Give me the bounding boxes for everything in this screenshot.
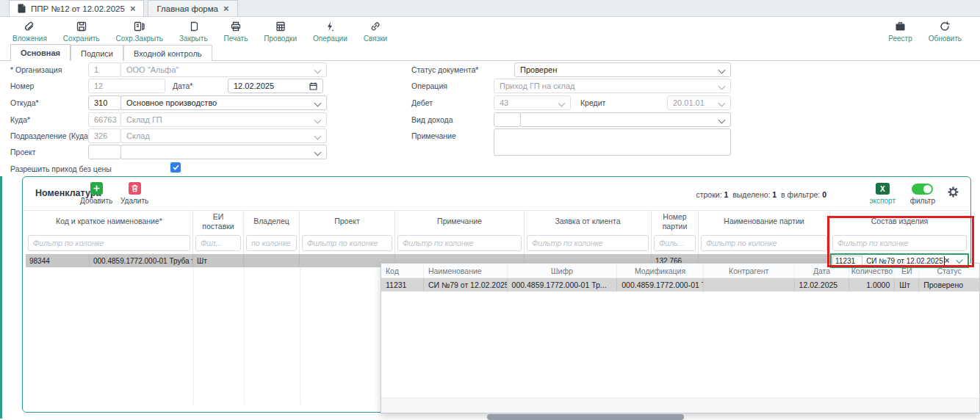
credit-select[interactable]: 20.01.01 [667,95,731,110]
operation-select[interactable]: Приход ГП на склад [494,79,731,93]
org-label: * Организация [10,65,62,74]
from-select[interactable]: Основное производство [120,95,327,110]
delete-row-button[interactable]: Удалить [120,182,148,205]
col-header-code-name[interactable]: Код и краткое наименование* [26,210,193,233]
refresh-button[interactable]: Обновить [920,21,970,43]
print-button[interactable]: Печать [216,21,256,43]
links-button[interactable]: Связки [356,21,395,43]
attachments-button[interactable]: Вложения [4,21,55,43]
to-select[interactable]: Склад ГП [120,112,327,127]
cell-unit[interactable]: Шт [193,254,244,267]
col-header-owner[interactable]: Владелец [244,210,300,233]
rows-value: 1 [724,190,728,199]
in-filter-value: 0 [822,190,826,199]
save-close-button[interactable]: Сохр.Закрыть [108,21,172,43]
filter-cell [244,233,300,254]
dd-cell-date[interactable]: 12.02.2025 [795,278,850,292]
col-header-batch-number[interactable]: Номер партии [652,210,699,233]
export-excel-button[interactable]: X экспорт [870,183,896,205]
filter-input-batch-number[interactable] [654,235,696,251]
division-select[interactable]: Склад [120,128,327,143]
cell-code[interactable]: 98344 [26,254,90,267]
registry-button[interactable]: Реестр [880,21,920,43]
button-label: Сохр.Закрыть [116,35,164,43]
window-tab-main-form[interactable]: Главная форма × [148,0,237,16]
from-label: Откуда* [10,98,39,107]
to-code-field[interactable]: 66763 [88,112,121,127]
button-label: Проводки [264,35,297,43]
filter-input-code-name[interactable] [28,235,190,251]
note-textarea[interactable] [494,128,731,156]
dd-cell-status[interactable]: Проверено [919,278,979,292]
dd-col-name[interactable]: Наименование [424,264,508,278]
document-icon [18,4,26,13]
dd-cell-quantity[interactable]: 1.0000 [849,278,895,292]
dd-col-modification[interactable]: Модификация [617,264,704,278]
col-header-unit[interactable]: ЕИ поставки [193,210,244,233]
org-select[interactable]: ООО "Альфа" [120,62,327,77]
tab-input-control[interactable]: Входной контроль [123,45,212,61]
project-select[interactable] [120,145,327,159]
paperclip-icon [23,21,36,32]
cell-owner[interactable] [244,254,300,267]
grid-settings-button[interactable] [946,185,960,199]
date-field[interactable]: 12.02.2025 [228,79,323,93]
income-code-field[interactable] [494,112,521,127]
rows-label: строки: [696,190,721,199]
dd-cell-counterparty[interactable] [704,278,795,292]
postings-button[interactable]: Проводки [256,21,305,43]
horizontal-scrollbar[interactable] [487,414,684,420]
col-header-project[interactable]: Проект [300,210,395,233]
button-label: Закрыть [179,35,208,43]
column-line [300,267,300,405]
composition-dropdown: Код Наименование Шифр Модификация Контра… [381,263,980,413]
project-code-field[interactable] [88,145,121,159]
debit-select[interactable]: 43 [494,95,571,110]
close-icon[interactable]: × [223,4,229,13]
col-header-request[interactable]: Заявка от клиента [525,210,652,233]
calculator-grid-icon [275,21,287,32]
col-header-batch-name[interactable]: Наименование партии [699,210,830,233]
cell-name[interactable]: 000.4859.1772.000-01 Труба теплоизолиров… [90,254,193,267]
calendar-icon[interactable] [309,82,318,91]
window-tab-document[interactable]: ППР №12 от 12.02.2025 × [9,0,144,16]
filter-input-note[interactable] [397,235,522,251]
income-select[interactable] [520,112,731,127]
button-label: фильтр [910,197,935,205]
col-header-note[interactable]: Примечание [395,210,525,233]
save-button[interactable]: Сохранить [55,21,108,43]
org-code-field[interactable]: 1 [88,62,121,77]
division-code-field[interactable]: 326 [88,128,121,143]
filter-toggle[interactable]: фильтр [910,184,935,205]
status-select[interactable]: Проверен [514,62,731,77]
filter-input-owner[interactable] [246,235,297,251]
operation-value: Приход ГП на склад [500,82,574,90]
close-icon[interactable]: × [130,4,136,13]
filter-input-batch-name[interactable] [701,235,827,251]
button-label: Вложения [12,35,47,43]
button-label: Добавить [80,197,112,205]
operations-button[interactable]: Операции [305,21,356,43]
tab-main[interactable]: Основная [10,44,71,61]
dd-cell-cipher[interactable]: 000.4859.1772.000-01 Тр... [508,278,618,292]
dd-cell-unit[interactable]: Шт [895,278,919,292]
dd-col-code[interactable]: Код [381,264,424,278]
dd-cell-code[interactable]: 11231 [381,278,424,292]
refresh-icon [939,21,951,32]
close-button[interactable]: Закрыть [171,21,216,43]
dd-col-cipher[interactable]: Шифр [508,264,618,278]
from-code-field[interactable]: 310 [88,95,121,110]
dd-cell-modification[interactable]: 000.4859.1772.000-01 Труба те... [617,278,704,292]
filter-input-request[interactable] [527,235,649,251]
filter-input-project[interactable] [302,235,392,251]
tab-signatures[interactable]: Подписи [71,45,123,61]
dropdown-row[interactable]: 11231 СИ №79 от 12.02.2025 000.4859.1772… [381,278,979,292]
add-row-button[interactable]: Добавить [80,182,112,205]
dropdown-footer [381,398,979,413]
dd-col-counterparty[interactable]: Контрагент [704,264,795,278]
allow-receipt-checkbox[interactable] [170,162,181,173]
filter-input-unit[interactable] [195,235,241,251]
to-value: Склад ГП [126,115,162,124]
dd-cell-name[interactable]: СИ №79 от 12.02.2025 [424,278,508,292]
number-field[interactable]: 12 [88,79,165,93]
